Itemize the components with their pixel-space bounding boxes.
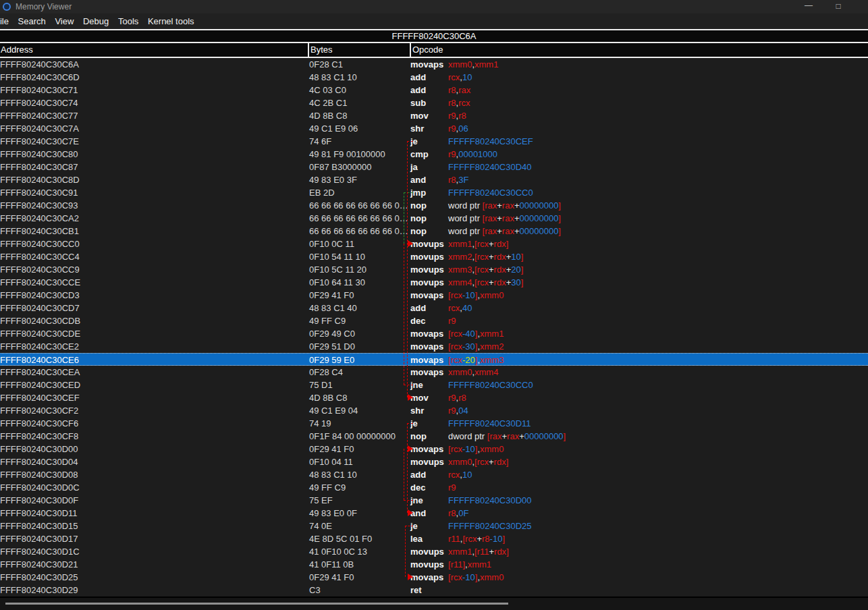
disasm-row[interactable]: FFFFF80240C30CF674 19jeFFFFF80240C30D11 <box>0 417 868 430</box>
row-operands: FFFFF80240C30CC0 <box>448 186 533 199</box>
row-bytes: 0F87 B3000000 <box>309 161 372 173</box>
row-address: FFFFF80240C30D11 <box>0 507 78 520</box>
menu-item-tools[interactable]: Tools <box>115 13 142 29</box>
disasm-row[interactable]: FFFFF80240C30C774D 8B C8movr9,r8 <box>0 109 868 122</box>
row-mnemonic: movaps <box>410 571 443 584</box>
disasm-row[interactable]: FFFFF80240C30CC40F10 54 11 10movupsxmm2,… <box>0 250 868 263</box>
disasm-row[interactable]: FFFFF80240C30CED75 D1jneFFFFF80240C30CC0 <box>0 379 868 391</box>
menu-item-file[interactable]: File <box>0 13 12 29</box>
row-address: FFFFF80240C30C7E <box>0 135 79 148</box>
disasm-row[interactable]: FFFFF80240C30CCE0F10 64 11 30movupsxmm4,… <box>0 276 868 289</box>
row-operands: r9,r8 <box>448 109 466 122</box>
disasm-row[interactable]: FFFFF80240C30C6A0F28 C1movapsxmm0,xmm1 <box>0 58 868 71</box>
row-operands: FFFFF80240C30D25 <box>448 520 532 532</box>
row-address: FFFFF80240C30D00 <box>0 443 78 455</box>
row-address: FFFFF80240C30CED <box>0 379 80 391</box>
column-headers: Address Bytes Opcode <box>0 43 868 57</box>
scrollbar-thumb[interactable] <box>5 603 508 605</box>
disasm-row[interactable]: FFFFF80240C30D000F29 41 F0movaps[rcx-10]… <box>0 443 868 455</box>
row-address: FFFFF80240C30C87 <box>0 161 78 173</box>
row-bytes: 0F10 5C 11 20 <box>309 263 367 276</box>
disasm-row[interactable]: FFFFF80240C30CEF4D 8B C8movr9,r8 <box>0 391 868 404</box>
disasm-row[interactable]: FFFFF80240C30C7E74 6FjeFFFFF80240C30CEF <box>0 135 868 148</box>
disasm-row[interactable]: FFFFF80240C30CE20F29 51 D0movaps[rcx-30]… <box>0 340 868 353</box>
row-mnemonic: mov <box>410 109 429 122</box>
disasm-row[interactable]: FFFFF80240C30C8D49 83 E0 3Fandr8,3F <box>0 173 868 186</box>
disasm-row[interactable]: FFFFF80240C30D0C49 FF C9decr9 <box>0 481 868 494</box>
row-bytes: 4D 8B C8 <box>309 109 347 122</box>
column-separator[interactable] <box>308 43 309 57</box>
current-address: FFFFF80240C30C6A <box>392 31 477 41</box>
column-header-address[interactable]: Address <box>1 43 33 57</box>
disasm-row[interactable]: FFFFF80240C30C8049 81 F9 00100000cmpr9,0… <box>0 148 868 161</box>
disasm-row[interactable]: FFFFF80240C30C91EB 2DjmpFFFFF80240C30CC0 <box>0 186 868 199</box>
row-address: FFFFF80240C30CA2 <box>0 212 79 225</box>
row-bytes: 0F10 04 11 <box>309 455 353 468</box>
disasm-row[interactable]: FFFFF80240C30D1149 83 E0 0Fandr8,0F <box>0 507 868 520</box>
disasm-row[interactable]: FFFFF80240C30D1C41 0F10 0C 13movupsxmm1,… <box>0 545 868 558</box>
menu-item-debug[interactable]: Debug <box>80 13 112 29</box>
close-icon[interactable]: × <box>864 0 868 13</box>
row-mnemonic: and <box>410 173 426 186</box>
minimize-icon[interactable]: — <box>794 0 823 13</box>
row-mnemonic: jne <box>410 379 423 391</box>
disasm-row[interactable]: FFFFF80240C30C9366 66 66 66 66 66 66 0…n… <box>0 199 868 212</box>
disasm-row[interactable]: FFFFF80240C30C714C 03 C0addr8,rax <box>0 84 868 96</box>
disasm-row[interactable]: FFFFF80240C30D250F29 41 F0movaps[rcx-10]… <box>0 571 868 584</box>
row-bytes: 0F10 54 11 10 <box>309 250 365 263</box>
disasm-row[interactable]: FFFFF80240C30D040F10 04 11movupsxmm0,[rc… <box>0 455 868 468</box>
disasm-row[interactable]: FFFFF80240C30C6D48 83 C1 10addrcx,10 <box>0 71 868 84</box>
row-operands: rcx,10 <box>448 468 472 481</box>
row-address: FFFFF80240C30C80 <box>0 148 78 161</box>
disasm-row[interactable]: FFFFF80240C30CD30F29 41 F0movaps[rcx-10]… <box>0 289 868 302</box>
disasm-row[interactable]: FFFFF80240C30D29C3ret <box>0 584 868 597</box>
disasm-row[interactable]: FFFFF80240C30D2141 0F11 0Bmovups[r11],xm… <box>0 558 868 571</box>
maximize-icon[interactable]: □ <box>823 0 853 13</box>
row-address: FFFFF80240C30CF6 <box>0 417 78 430</box>
row-mnemonic: add <box>410 84 426 96</box>
disasm-row[interactable]: FFFFF80240C30D0848 83 C1 10addrcx,10 <box>0 468 868 481</box>
menu-bar: File Search View Debug Tools Kernel tool… <box>0 13 868 29</box>
row-operands: [rcx-10],xmm0 <box>448 571 504 584</box>
row-mnemonic: dec <box>410 481 425 494</box>
menu-item-view[interactable]: View <box>51 13 77 29</box>
disasm-row[interactable]: FFFFF80240C30D174E 8D 5C 01 F0lear11,[rc… <box>0 532 868 545</box>
row-bytes: 0F1F 84 00 00000000 <box>309 430 396 443</box>
row-operands: word ptr [rax+rax+00000000] <box>448 225 561 238</box>
disasm-row[interactable]: FFFFF80240C30D1574 0EjeFFFFF80240C30D25 <box>0 520 868 532</box>
row-address: FFFFF80240C30D04 <box>0 455 78 468</box>
disasm-row-selected[interactable]: FFFFF80240C30CE60F29 59 E0movaps[rcx-20]… <box>0 353 868 366</box>
horizontal-scrollbar[interactable] <box>0 597 868 610</box>
row-address: FFFFF80240C30CC9 <box>0 263 80 276</box>
disasm-row[interactable]: FFFFF80240C30CF249 C1 E9 04shrr9,04 <box>0 404 868 417</box>
row-operands: xmm0,[rcx+rdx] <box>448 455 508 468</box>
row-address: FFFFF80240C30CE6 <box>0 354 79 366</box>
menu-item-search[interactable]: Search <box>15 13 49 29</box>
row-bytes: 48 83 C1 10 <box>309 71 357 84</box>
row-address: FFFFF80240C30C91 <box>0 186 78 199</box>
row-address: FFFFF80240C30D0F <box>0 494 78 507</box>
row-mnemonic: movups <box>410 238 444 250</box>
row-mnemonic: ret <box>410 584 422 597</box>
disasm-row[interactable]: FFFFF80240C30C744C 2B C1subr8,rcx <box>0 96 868 109</box>
disasm-row[interactable]: FFFFF80240C30CF80F1F 84 00 00000000nopdw… <box>0 430 868 443</box>
disasm-row[interactable]: FFFFF80240C30CB166 66 66 66 66 66 66 0…n… <box>0 225 868 238</box>
disasm-row[interactable]: FFFFF80240C30CDE0F29 49 C0movaps[rcx-40]… <box>0 327 868 340</box>
row-operands: r9,04 <box>448 404 468 417</box>
column-header-bytes[interactable]: Bytes <box>310 43 333 57</box>
disasm-row[interactable]: FFFFF80240C30CD748 83 C1 40addrcx,40 <box>0 302 868 314</box>
column-header-opcode[interactable]: Opcode <box>412 43 443 57</box>
row-mnemonic: jmp <box>410 186 426 199</box>
column-separator[interactable] <box>410 43 411 57</box>
disasm-row[interactable]: FFFFF80240C30D0F75 EFjneFFFFF80240C30D00 <box>0 494 868 507</box>
disasm-row[interactable]: FFFFF80240C30CC00F10 0C 11movupsxmm1,[rc… <box>0 238 868 250</box>
disasm-row[interactable]: FFFFF80240C30CA266 66 66 66 66 66 66 0…n… <box>0 212 868 225</box>
row-mnemonic: movaps <box>410 340 443 353</box>
menu-item-kernel-tools[interactable]: Kernel tools <box>144 13 198 29</box>
disasm-row[interactable]: FFFFF80240C30CC90F10 5C 11 20movupsxmm3,… <box>0 263 868 276</box>
disasm-row[interactable]: FFFFF80240C30CDB49 FF C9decr9 <box>0 314 868 327</box>
disasm-row[interactable]: FFFFF80240C30C7A49 C1 E9 06shrr9,06 <box>0 122 868 135</box>
disasm-row[interactable]: FFFFF80240C30CEA0F28 C4movapsxmm0,xmm4 <box>0 366 868 379</box>
disasm-row[interactable]: FFFFF80240C30C870F87 B3000000jaFFFFF8024… <box>0 161 868 173</box>
row-operands: [rcx-10],xmm0 <box>448 289 504 302</box>
